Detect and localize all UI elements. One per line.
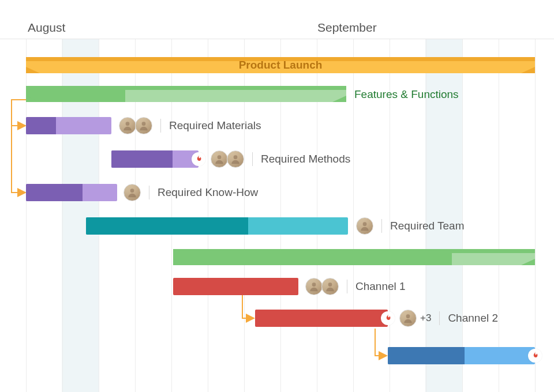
task-text: Channel 2 xyxy=(448,312,498,325)
task-meta-required-methods: Required Methods xyxy=(211,150,350,168)
flame-icon xyxy=(381,311,395,325)
timeline-header: August September xyxy=(0,0,554,39)
group-label-features: Features & Functions xyxy=(354,85,459,104)
task-text: Features & Functions xyxy=(354,88,459,101)
svg-point-5 xyxy=(126,122,130,126)
svg-point-14 xyxy=(328,282,332,287)
task-bar-channel-1[interactable] xyxy=(173,278,298,295)
person-icon xyxy=(214,153,225,165)
gantt-canvas: August September xyxy=(0,0,554,392)
person-icon xyxy=(230,153,241,165)
avatar[interactable] xyxy=(305,278,323,295)
task-bar-required-methods[interactable] xyxy=(111,150,199,168)
month-label-august: August xyxy=(28,21,65,35)
avatar[interactable] xyxy=(321,278,339,295)
task-bar-channel-2[interactable] xyxy=(255,310,388,327)
task-bar-required-team[interactable] xyxy=(86,217,348,235)
person-icon xyxy=(122,120,133,131)
avatar[interactable] xyxy=(211,150,228,168)
task-text: Required Know-How xyxy=(158,186,258,199)
task-bar-required-knowhow[interactable] xyxy=(26,184,117,201)
task-bar-channel-3[interactable] xyxy=(388,347,535,364)
gridline xyxy=(462,39,463,392)
divider xyxy=(347,280,347,293)
group-bar-features[interactable] xyxy=(26,86,346,102)
divider xyxy=(252,152,253,166)
avatar[interactable] xyxy=(123,184,141,201)
task-text: Required Team xyxy=(390,220,465,232)
task-bar-required-materials[interactable] xyxy=(26,117,111,134)
task-meta-channel-1: Channel 1 xyxy=(305,277,406,296)
gridline xyxy=(499,39,499,392)
svg-point-7 xyxy=(218,155,222,159)
task-meta-channel-2: +3 Channel 2 xyxy=(399,309,498,327)
divider xyxy=(160,119,161,133)
flame-icon xyxy=(528,349,542,363)
svg-point-6 xyxy=(142,122,146,126)
avatar[interactable] xyxy=(356,217,373,235)
svg-marker-3 xyxy=(26,96,40,102)
avatar[interactable] xyxy=(227,150,244,168)
group-bar-channels[interactable] xyxy=(173,249,535,265)
svg-point-9 xyxy=(130,189,134,193)
flame-icon xyxy=(192,152,205,166)
gridline xyxy=(535,39,536,392)
person-icon xyxy=(359,220,370,232)
svg-point-15 xyxy=(406,314,410,318)
task-meta-required-materials: Required Materials xyxy=(119,116,261,135)
divider xyxy=(439,311,440,325)
task-meta-required-knowhow: Required Know-How xyxy=(123,183,258,202)
task-text: Required Methods xyxy=(261,153,350,165)
svg-point-13 xyxy=(312,282,316,287)
avatar[interactable] xyxy=(135,117,152,134)
svg-marker-11 xyxy=(173,259,187,265)
divider xyxy=(149,186,149,199)
person-icon xyxy=(324,281,336,292)
group-bar-product-launch[interactable]: Product Launch xyxy=(26,57,535,73)
person-icon xyxy=(138,120,149,131)
person-icon xyxy=(402,312,414,324)
task-text: Channel 1 xyxy=(355,280,406,293)
svg-point-10 xyxy=(363,222,367,226)
person-icon xyxy=(308,281,320,292)
divider xyxy=(381,219,382,233)
task-text: Required Materials xyxy=(169,119,261,132)
person-icon xyxy=(126,187,138,198)
avatar[interactable] xyxy=(119,117,136,134)
group-label: Product Launch xyxy=(26,57,535,73)
extra-assignees-badge[interactable]: +3 xyxy=(420,312,431,324)
svg-marker-4 xyxy=(332,96,346,102)
month-label-september: September xyxy=(317,21,377,35)
svg-point-8 xyxy=(234,155,238,159)
avatar[interactable] xyxy=(399,310,417,327)
svg-marker-12 xyxy=(521,259,535,265)
gridline xyxy=(353,39,354,392)
task-meta-required-team: Required Team xyxy=(356,217,465,235)
